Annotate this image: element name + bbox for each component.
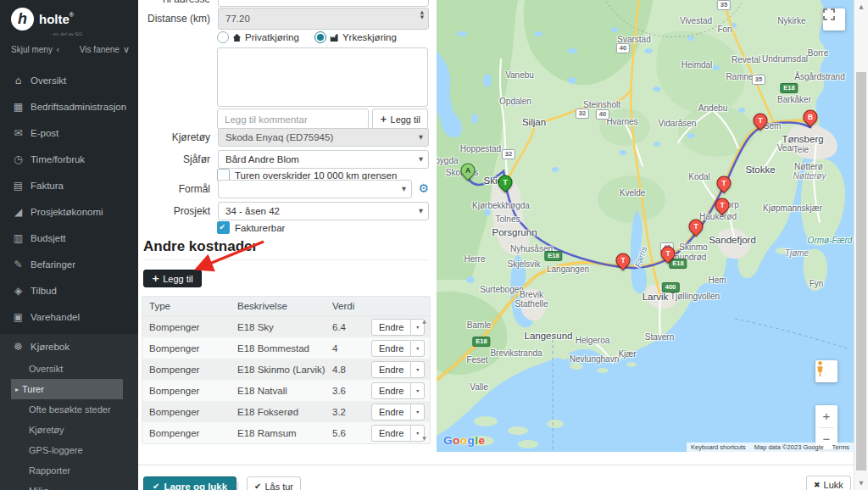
marker-letter: T (662, 247, 675, 259)
sidebar-item[interactable]: ✉ E-post (0, 120, 138, 146)
marker-letter: T (617, 253, 630, 266)
add-cost-button[interactable]: + Legg til (143, 270, 202, 287)
private-trip-radio[interactable] (217, 31, 229, 43)
map-marker-pin[interactable]: B (800, 107, 821, 127)
map-marker-pin[interactable]: T (750, 110, 771, 131)
sidebar-item[interactable]: ▦ Bedriftsadministrasjon (0, 93, 138, 120)
sidebar-subitem[interactable]: Rapporter (0, 460, 138, 481)
sidebar-item[interactable]: ▣ Varehandel (0, 303, 138, 330)
page-scrollbar[interactable]: ▲ ▼ (854, 0, 868, 490)
map-marker-pin[interactable]: T (712, 195, 732, 215)
private-trip-option[interactable]: Privatkjøring (217, 31, 299, 43)
sidebar-item-label: Prosjektøkonomi (31, 207, 103, 217)
offer-icon: ◈ (11, 285, 25, 297)
marker-letter: T (716, 198, 729, 211)
sidebar-subitem[interactable]: Kjøretøy (0, 420, 138, 440)
lock-trip-button[interactable]: ✔ Lås tur (247, 476, 301, 490)
map-marker-pin[interactable]: T (658, 243, 678, 264)
chevron-down-icon: ▼ (419, 156, 423, 163)
save-and-close-button[interactable]: ✔ Lagre og lukk (143, 476, 236, 490)
pegman-button[interactable] (815, 360, 837, 382)
gear-icon[interactable]: ⚙ (418, 181, 429, 195)
sidebar-subitem-label: Kjøretøy (29, 425, 64, 435)
other-costs-heading: Andre kostnader (143, 238, 258, 255)
vehicle-select[interactable]: Skoda Enyaq (ED75945) ▼ (218, 128, 429, 147)
business-trip-radio[interactable] (314, 31, 326, 43)
scrollbar-thumb[interactable] (856, 72, 866, 471)
cost-row: Bompenger E18 Natvall 3.6 Endre ▾ (142, 380, 430, 401)
cost-value: 6.4 (332, 322, 371, 332)
sidebar-item-label: Kjørebok (31, 342, 70, 352)
map-attribution-link[interactable]: Map data ©2023 Google (750, 443, 828, 451)
to-address-select[interactable]: Jobb ▼ (218, 0, 429, 7)
distance-input[interactable]: 77.20 ▲ ▼ (218, 8, 429, 30)
sidebar-item[interactable]: ◷ Time/forbruk (0, 146, 138, 172)
budget-icon: ▥ (11, 232, 25, 244)
chevron-down-icon: ▼ (402, 186, 406, 192)
fullscreen-button[interactable] (823, 8, 845, 31)
sidebar-subitem[interactable]: ▸ Turer (11, 379, 123, 399)
sidebar-item[interactable]: ⌂ Oversikt (0, 67, 138, 93)
spinner-down-icon[interactable]: ▼ (420, 15, 424, 20)
sidebar-item[interactable]: ◈ Tilbud (0, 277, 138, 303)
map-marker-pin[interactable]: T (714, 173, 734, 193)
vehicle-label: Kjøretøy (138, 131, 218, 143)
chevron-left-icon: ‹ (56, 44, 59, 55)
fullscreen-icon (823, 8, 835, 20)
edit-cost-button[interactable]: Endre (371, 382, 411, 399)
edit-cost-button[interactable]: Endre (371, 319, 411, 336)
sidebar-item[interactable]: ▥ Budsjett (0, 225, 138, 251)
driver-select[interactable]: Bård Andre Blom ▼ (218, 150, 429, 169)
home-icon: ⌂ (11, 75, 25, 86)
hide-menu-toggle[interactable]: Skjul meny ‹ (11, 44, 59, 55)
invoice-icon: ▤ (11, 180, 25, 192)
sidebar-subitem-label: Oversikt (29, 364, 63, 374)
add-comment-button[interactable]: + Legg til (372, 109, 428, 130)
edit-cost-button[interactable]: Endre (371, 404, 411, 420)
business-trip-option[interactable]: Yrkeskjøring (314, 31, 397, 43)
sidebar-item[interactable]: ◢ Prosjektøkonomi (0, 198, 138, 225)
close-button[interactable]: ✖ Lukk (806, 476, 851, 490)
submenu-arrow-icon: ▸ (15, 386, 19, 393)
scroll-down-icon[interactable]: ▼ (422, 435, 426, 441)
scroll-up-icon[interactable]: ▲ (854, 3, 868, 10)
map-attribution-link[interactable]: Terms (828, 443, 854, 451)
sidebar-item[interactable]: ✎ Befaringer (0, 251, 138, 277)
sidebar-subitem[interactable]: GPS-loggere (0, 440, 138, 460)
sidebar-subitem[interactable]: Oversikt (0, 359, 138, 379)
show-tabs-toggle[interactable]: Vis fanene ∨ (80, 44, 130, 55)
cost-value: 3.6 (332, 386, 371, 396)
edit-cost-button[interactable]: Endre (371, 361, 411, 378)
table-scrollbar[interactable]: ▲ ▼ (420, 316, 429, 443)
sidebar-item-kjorebok[interactable]: ☸ Kjørebok (0, 334, 138, 359)
project-label: Prosjekt (138, 205, 218, 217)
sidebar-subitem[interactable]: Miljø (0, 481, 138, 490)
map-marker-pin[interactable]: T (495, 172, 515, 192)
app-logo[interactable]: hholte® - en del av EG (0, 0, 138, 36)
scroll-down-icon[interactable]: ▼ (854, 480, 868, 487)
zoom-in-button[interactable]: + (815, 405, 837, 427)
cost-type: Bompenger (142, 428, 237, 438)
costs-table: Type Beskrivelse Verdi Bompenger E18 Sky… (142, 296, 431, 444)
map-marker-pin[interactable]: T (613, 250, 633, 270)
google-logo[interactable]: Google (443, 434, 486, 447)
edit-cost-button[interactable]: Endre (371, 425, 411, 442)
cost-value: 4 (332, 343, 371, 354)
purpose-select[interactable]: ▼ (218, 180, 412, 198)
comment-input[interactable] (217, 109, 369, 130)
commerce-icon: ▣ (11, 311, 25, 323)
sidebar-item-label: Faktura (31, 181, 64, 191)
scroll-up-icon[interactable]: ▲ (422, 318, 426, 324)
check-icon: ✔ (153, 482, 159, 490)
sidebar-item[interactable]: ▤ Faktura (0, 172, 138, 198)
to-address-value: Jobb (225, 0, 247, 1)
map-marker-pin[interactable]: A (458, 160, 478, 181)
map-attribution-link[interactable]: Keyboard shortcuts (687, 443, 750, 451)
map-panel[interactable]: VanebuOpdalenSiljanSteinsholtHvarnesSvar… (437, 0, 854, 452)
billable-checkbox[interactable] (217, 221, 230, 234)
map-marker-pin[interactable]: T (686, 216, 706, 237)
cost-row: Bompenger E18 Fokserød 3.2 Endre ▾ (142, 401, 430, 422)
project-select[interactable]: 34 - åsen 42 ▼ (218, 202, 429, 220)
sidebar-subitem[interactable]: Ofte besøkte steder (0, 399, 138, 420)
edit-cost-button[interactable]: Endre (371, 340, 411, 357)
